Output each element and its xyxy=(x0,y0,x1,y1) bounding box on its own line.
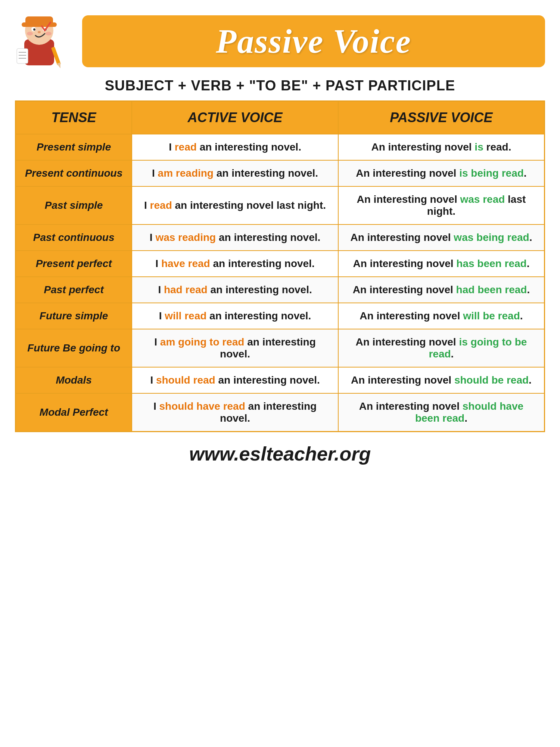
tense-cell-8: Modals xyxy=(16,367,132,393)
page-wrapper: Passive Voice SUBJECT + VERB + "TO BE" +… xyxy=(0,0,560,480)
svg-point-9 xyxy=(46,32,52,35)
active-cell-4: I have read an interesting novel. xyxy=(132,251,338,277)
active-cell-3: I was reading an interesting novel. xyxy=(132,224,338,251)
col-header-tense: TENSE xyxy=(16,101,132,134)
svg-point-8 xyxy=(27,32,33,35)
svg-marker-16 xyxy=(57,62,62,69)
active-cell-0: I read an interesting novel. xyxy=(132,134,338,160)
tense-cell-4: Present perfect xyxy=(16,251,132,277)
active-cell-5: I had read an interesting novel. xyxy=(132,277,338,303)
tense-cell-1: Present continuous xyxy=(16,160,132,186)
active-cell-9: I should have read an interesting novel. xyxy=(132,393,338,432)
col-header-passive: PASSIVE VOICE xyxy=(338,101,545,134)
tense-cell-9: Modal Perfect xyxy=(16,393,132,432)
col-header-active: ACTIVE VOICE xyxy=(132,101,338,134)
tense-cell-7: Future Be going to xyxy=(16,329,132,367)
passive-cell-6: An interesting novel will be read. xyxy=(338,303,545,329)
svg-point-6 xyxy=(33,28,35,31)
passive-cell-3: An interesting novel was being read. xyxy=(338,224,545,251)
active-cell-1: I am reading an interesting novel. xyxy=(132,160,338,186)
title-banner: Passive Voice xyxy=(82,15,545,67)
active-cell-8: I should read an interesting novel. xyxy=(132,367,338,393)
svg-rect-11 xyxy=(17,49,28,63)
active-cell-7: I am going to read an interesting novel. xyxy=(132,329,338,367)
tense-cell-3: Past continuous xyxy=(16,224,132,251)
tense-cell-5: Past perfect xyxy=(16,277,132,303)
passive-cell-9: An interesting novel should have been re… xyxy=(338,393,545,432)
header: Passive Voice xyxy=(15,11,545,71)
tense-cell-6: Future simple xyxy=(16,303,132,329)
page-title: Passive Voice xyxy=(93,22,534,61)
tense-cell-2: Past simple xyxy=(16,186,132,224)
passive-cell-5: An interesting novel had been read. xyxy=(338,277,545,303)
mascot xyxy=(15,11,75,71)
active-cell-2: I read an interesting novel last night. xyxy=(132,186,338,224)
footer-website: www.eslteacher.org xyxy=(15,443,545,465)
passive-cell-1: An interesting novel is being read. xyxy=(338,160,545,186)
passive-cell-0: An interesting novel is read. xyxy=(338,134,545,160)
svg-rect-3 xyxy=(22,22,57,27)
passive-cell-2: An interesting novel was read last night… xyxy=(338,186,545,224)
passive-cell-7: An interesting novel is going to be read… xyxy=(338,329,545,367)
grammar-table: TENSE ACTIVE VOICE PASSIVE VOICE Present… xyxy=(15,100,545,432)
passive-cell-4: An interesting novel has been read. xyxy=(338,251,545,277)
tense-cell-0: Present simple xyxy=(16,134,132,160)
formula: SUBJECT + VERB + "TO BE" + PAST PARTICIP… xyxy=(15,78,545,94)
active-cell-6: I will read an interesting novel. xyxy=(132,303,338,329)
passive-cell-8: An interesting novel should be read. xyxy=(338,367,545,393)
svg-point-10 xyxy=(38,31,41,33)
